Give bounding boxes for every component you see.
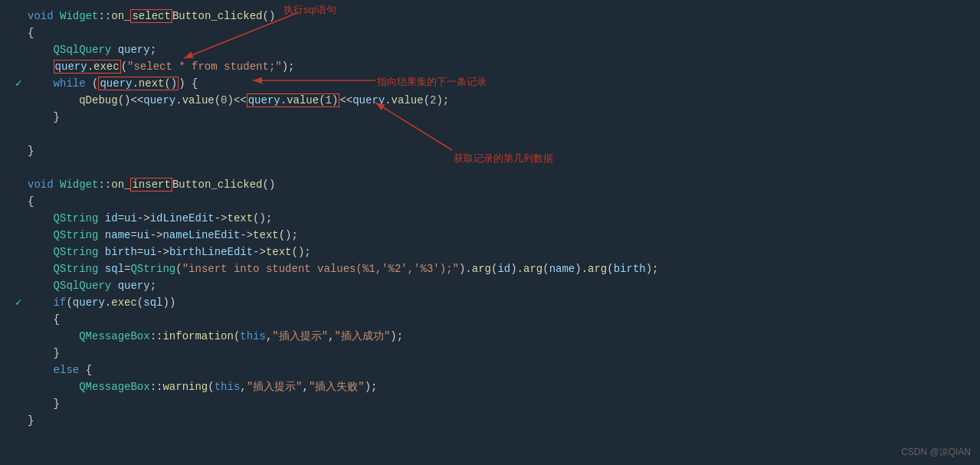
line-content-7: } [28, 109, 980, 126]
line-content-15: QString birth=ui->birthLineEdit->text(); [28, 244, 980, 260]
query-value1-box: query.value(1) [247, 93, 340, 107]
line-content-19: { [28, 311, 980, 328]
line-10 [15, 159, 980, 176]
line-21: } [15, 345, 980, 362]
code-area: void Widget::on_selectButton_clicked() {… [0, 0, 980, 437]
line-content-9: } [28, 142, 980, 159]
line-11: void Widget::on_insertButton_clicked() [15, 176, 980, 193]
line-content-6: qDebug()<<query.value(0)<<query.value(1)… [28, 92, 980, 109]
line-14: QString name=ui->nameLineEdit->text(); [15, 227, 980, 244]
line-25: } [15, 412, 980, 429]
line-3: QSqlQuery query; [15, 41, 980, 58]
line-13: QString id=ui->idLineEdit->text(); [15, 210, 980, 227]
line-content-25: } [28, 412, 980, 429]
line-content-17: QSqlQuery query; [28, 277, 980, 294]
line-content-13: QString id=ui->idLineEdit->text(); [28, 210, 980, 227]
line-2: { [15, 25, 980, 41]
select-box: select [130, 9, 172, 23]
line-content-5: while (query.next()) { [28, 75, 980, 92]
line-content-20: QMessageBox::information(this,"插入提示","插入… [28, 328, 980, 345]
line-4: query.exec("select * from student;"); [15, 58, 980, 75]
line-9: } [15, 142, 980, 159]
line-content-18: if(query.exec(sql)) [28, 294, 980, 311]
line-content-8 [28, 126, 980, 142]
line-content-24: } [28, 395, 980, 412]
line-16: QString sql=QString("insert into student… [15, 260, 980, 277]
line-content-3: QSqlQuery query; [28, 41, 980, 58]
query-exec-box: query.exec [54, 60, 121, 74]
line-7: } [15, 109, 980, 126]
line-content-10 [28, 159, 980, 176]
line-content-23: QMessageBox::warning(this,"插入提示","插入失败")… [28, 378, 980, 395]
line-22: else { [15, 362, 980, 378]
line-24: } [15, 395, 980, 412]
line-23: QMessageBox::warning(this,"插入提示","插入失败")… [15, 378, 980, 395]
line-content-2: { [28, 25, 980, 41]
line-content-14: QString name=ui->nameLineEdit->text(); [28, 227, 980, 244]
line-12: { [15, 193, 980, 210]
line-indicator-5: ✓ [15, 75, 26, 92]
line-8 [15, 126, 980, 142]
line-content-12: { [28, 193, 980, 210]
line-content-16: QString sql=QString("insert into student… [28, 260, 980, 277]
insert-box: insert [130, 178, 172, 192]
line-5: ✓ while (query.next()) { [15, 75, 980, 92]
line-1: void Widget::on_selectButton_clicked() [15, 8, 980, 25]
query-next-box: query.next() [98, 77, 179, 90]
line-content-21: } [28, 345, 980, 362]
line-content-4: query.exec("select * from student;"); [28, 58, 980, 75]
line-content-1: void Widget::on_selectButton_clicked() [28, 8, 980, 25]
line-6: qDebug()<<query.value(0)<<query.value(1)… [15, 92, 980, 109]
line-20: QMessageBox::information(this,"插入提示","插入… [15, 328, 980, 345]
line-content-22: else { [28, 362, 980, 378]
line-18: ✓ if(query.exec(sql)) [15, 294, 980, 311]
line-indicator-18: ✓ [15, 294, 26, 311]
line-19: { [15, 311, 980, 328]
line-content-11: void Widget::on_insertButton_clicked() [28, 176, 980, 193]
line-17: QSqlQuery query; [15, 277, 980, 294]
watermark: CSDN @凉QIAN [901, 446, 971, 459]
line-15: QString birth=ui->birthLineEdit->text(); [15, 244, 980, 260]
